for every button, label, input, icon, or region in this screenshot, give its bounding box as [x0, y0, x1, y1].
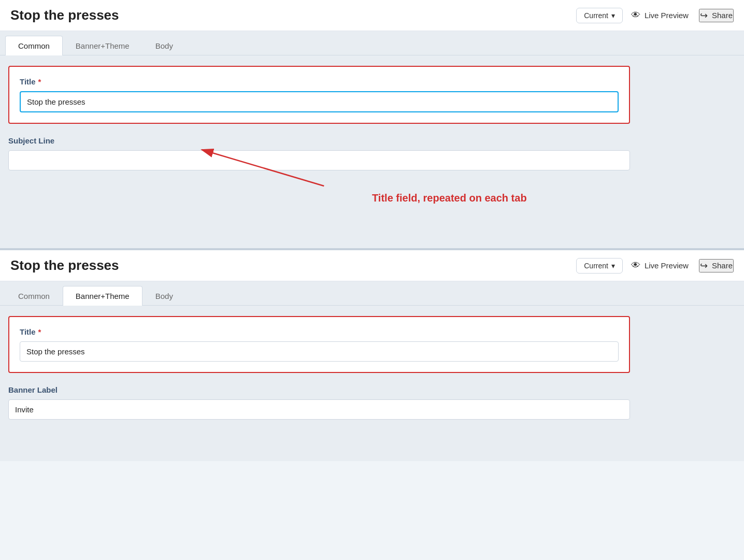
tab-banner-theme-2[interactable]: Banner+Theme [63, 286, 142, 306]
panel-2: Stop the presses Current ▾ 👁 Live Previe… [0, 248, 744, 461]
annotation-area: Title field, repeated on each tab [8, 176, 736, 238]
content-area-2: Title * Banner Label [0, 306, 744, 461]
share-label-1: Share [712, 11, 733, 20]
version-label-1: Current [584, 11, 608, 20]
chevron-down-icon-1: ▾ [611, 11, 615, 20]
tab-banner-theme-1[interactable]: Banner+Theme [63, 36, 142, 55]
annotation-text-1: Title field, repeated on each tab [372, 192, 527, 204]
tab-body-2[interactable]: Body [142, 286, 186, 306]
header-actions-1: 👁 Live Preview ↪ Share [631, 9, 734, 22]
chevron-down-icon-2: ▾ [611, 262, 615, 270]
live-preview-label-2: Live Preview [645, 261, 689, 270]
title-input-1[interactable] [20, 91, 619, 112]
title-form-card-2: Title * [8, 316, 630, 373]
share-btn-1[interactable]: ↪ Share [699, 9, 734, 22]
annotation-arrow-1 [8, 119, 518, 222]
tabs-1: Common Banner+Theme Body [0, 31, 744, 55]
annotation-container-1: Title field, repeated on each tab [372, 191, 527, 205]
live-preview-btn-2[interactable]: 👁 Live Preview [631, 260, 689, 271]
header-2: Stop the presses Current ▾ 👁 Live Previe… [0, 250, 744, 281]
share-icon-2: ↪ [700, 260, 708, 271]
tabs-2: Common Banner+Theme Body [0, 281, 744, 306]
title-input-2[interactable] [20, 341, 619, 362]
version-dropdown-1[interactable]: Current ▾ [576, 8, 623, 23]
version-dropdown-2[interactable]: Current ▾ [576, 258, 623, 274]
banner-label-2: Banner Label [8, 385, 630, 394]
page-title-1: Stop the presses [10, 7, 568, 23]
content-area-1: Title * Subject Line Title field, r [0, 55, 744, 248]
title-required-star-2: * [38, 327, 41, 336]
share-icon-1: ↪ [700, 10, 708, 21]
eye-icon-2: 👁 [631, 260, 640, 271]
tab-body-1[interactable]: Body [142, 36, 186, 55]
banner-input-2[interactable] [8, 399, 630, 420]
title-form-card-1: Title * [8, 66, 630, 124]
eye-icon-1: 👁 [631, 10, 640, 21]
title-required-star-1: * [38, 77, 41, 86]
header-actions-2: 👁 Live Preview ↪ Share [631, 259, 734, 272]
live-preview-label-1: Live Preview [645, 11, 689, 20]
live-preview-btn-1[interactable]: 👁 Live Preview [631, 10, 689, 21]
tab-common-2[interactable]: Common [5, 286, 63, 306]
banner-section-2: Banner Label [8, 385, 630, 420]
share-label-2: Share [712, 261, 733, 270]
svg-line-1 [202, 150, 324, 186]
title-field-label-1: Title * [20, 77, 619, 86]
version-label-2: Current [584, 262, 608, 270]
title-field-label-2: Title * [20, 327, 619, 336]
tab-common-1[interactable]: Common [5, 36, 63, 55]
share-btn-2[interactable]: ↪ Share [699, 259, 734, 272]
header-1: Stop the presses Current ▾ 👁 Live Previe… [0, 0, 744, 31]
panel-1: Stop the presses Current ▾ 👁 Live Previe… [0, 0, 744, 248]
page-title-2: Stop the presses [10, 257, 568, 274]
